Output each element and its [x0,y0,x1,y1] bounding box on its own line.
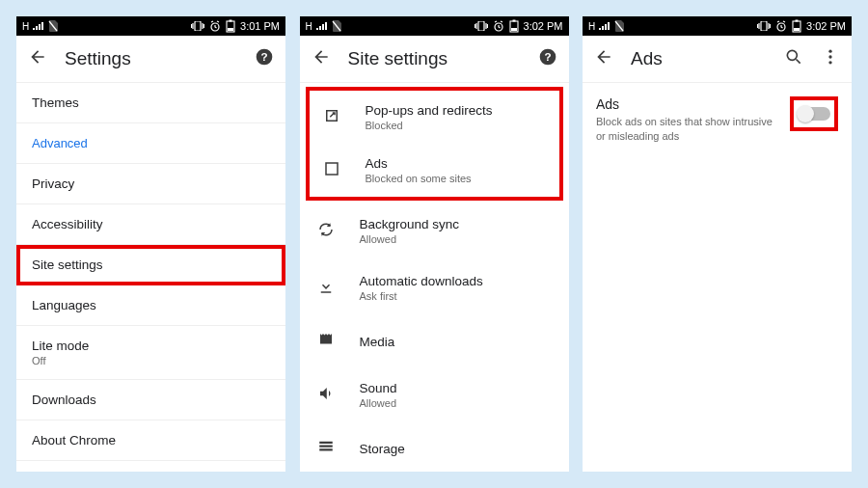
status-bar: H 3:02 PM [583,16,852,36]
svg-point-21 [828,50,831,53]
svg-rect-0 [195,21,201,31]
overflow-menu-icon[interactable] [821,47,840,70]
signal-type-label: H [588,21,595,32]
ads-label: Ads [596,96,778,112]
list-item-downloads[interactable]: Downloads [16,380,285,420]
list-item-privacy[interactable]: Privacy [16,164,285,204]
list-item-languages[interactable]: Languages [16,285,285,326]
clock-label: 3:01 PM [240,20,280,32]
svg-rect-4 [228,28,233,31]
no-sim-icon [614,20,624,32]
alarm-icon [493,20,504,32]
back-icon[interactable] [28,47,47,70]
ads-icon [323,160,340,181]
battery-icon [509,19,519,33]
status-bar: H 3:01 PM [16,16,285,36]
list-item-themes[interactable]: Themes [16,83,285,123]
list-item-auto-downloads[interactable]: Automatic downloads Ask first [300,259,569,316]
battery-icon [792,19,801,33]
svg-rect-18 [796,20,799,22]
svg-rect-14 [326,163,338,175]
svg-text:?: ? [544,50,551,63]
battery-icon [226,19,235,33]
highlighted-group: Pop-ups and redirects Blocked Ads Blocke… [306,87,563,201]
list-item-about-chrome[interactable]: About Chrome [16,420,285,461]
clock-label: 3:02 PM [806,20,846,32]
list-item-background-sync[interactable]: Background sync Allowed [300,203,569,259]
list-item-storage[interactable]: Storage [300,423,569,472]
svg-rect-11 [511,28,517,31]
ads-description: Block ads on sites that show intrusive o… [596,115,778,144]
site-settings-screen: H 3:02 PM Site settings ? [300,16,569,472]
app-bar: Settings ? [16,36,285,82]
back-icon[interactable] [594,47,613,70]
svg-rect-15 [761,21,767,31]
vibrate-icon [191,21,204,31]
signal-icon [33,21,44,31]
storage-icon [317,438,335,459]
list-item-site-settings[interactable]: Site settings [16,245,285,285]
svg-rect-3 [230,20,232,22]
list-item-sound[interactable]: Sound Allowed [300,366,569,423]
svg-rect-7 [478,21,484,31]
app-bar: Site settings ? [300,36,569,82]
help-icon[interactable]: ? [538,47,557,70]
signal-icon [316,21,328,31]
ads-content: Ads Block ads on sites that show intrusi… [583,82,852,472]
svg-rect-10 [512,20,515,22]
ads-toggle[interactable] [798,107,830,121]
toggle-highlight [790,96,838,131]
sync-icon [317,221,335,242]
page-title: Site settings [348,48,521,69]
site-settings-list: Pop-ups and redirects Blocked Ads Blocke… [300,82,569,472]
app-bar: Ads [583,36,852,82]
ads-screen: H 3:02 PM Ads Ads Block ads [583,16,852,472]
vibrate-icon [475,21,488,31]
help-icon[interactable]: ? [255,47,274,70]
settings-list: Themes Advanced Privacy Accessibility Si… [16,82,285,472]
signal-type-label: H [306,21,312,32]
popup-icon [323,107,340,128]
vibrate-icon [757,21,771,31]
ads-toggle-row: Ads Block ads on sites that show intrusi… [583,83,852,157]
settings-screen: H 3:01 PM Settings ? Themes Advanced Pri… [16,16,285,472]
page-title: Ads [631,48,767,69]
list-item-ads[interactable]: Ads Blocked on some sites [310,144,559,197]
section-advanced: Advanced [16,123,285,164]
svg-point-23 [828,61,831,64]
page-title: Settings [65,48,237,69]
list-item-accessibility[interactable]: Accessibility [16,204,285,245]
clock-label: 3:02 PM [524,20,563,32]
svg-point-22 [828,55,831,58]
sound-icon [317,385,335,406]
svg-text:?: ? [260,50,267,63]
search-icon[interactable] [784,47,803,70]
no-sim-icon [48,20,58,32]
no-sim-icon [332,20,341,32]
status-bar: H 3:02 PM [300,16,569,36]
signal-icon [599,21,610,31]
list-item-lite-mode[interactable]: Lite mode Off [16,326,285,380]
download-icon [317,278,335,299]
svg-rect-19 [794,28,800,31]
svg-point-20 [787,50,797,60]
list-item-media[interactable]: Media [300,316,569,366]
media-icon [317,331,335,352]
alarm-icon [209,20,221,32]
signal-type-label: H [22,21,29,32]
back-icon[interactable] [312,47,331,70]
alarm-icon [775,20,787,32]
list-item-popups[interactable]: Pop-ups and redirects Blocked [310,91,559,144]
